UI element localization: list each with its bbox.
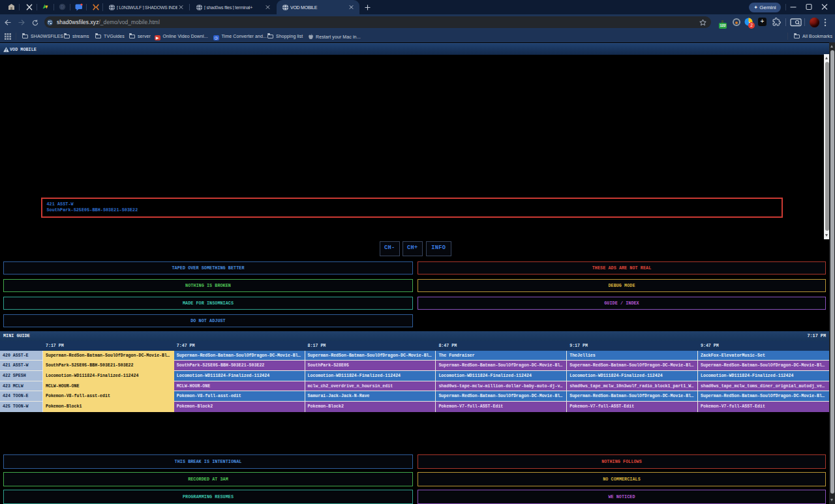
svg-text:D: D bbox=[61, 5, 64, 9]
